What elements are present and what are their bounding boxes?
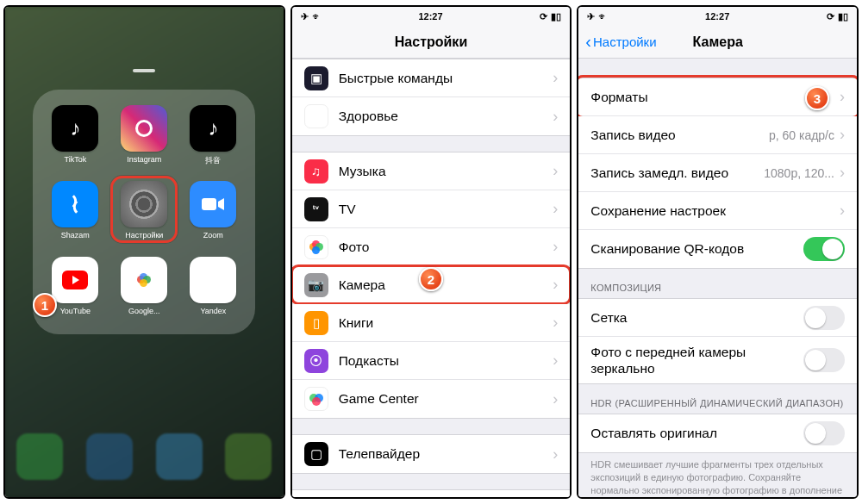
navbar: Настройки — [292, 26, 571, 59]
app-settings[interactable]: Настройки — [117, 181, 171, 248]
app-yandex[interactable]: Y Yandex — [186, 257, 240, 324]
back-button[interactable]: ‹ Настройки — [585, 32, 656, 52]
section-footer-hdr: HDR смешивает лучшие фрагменты трех отде… — [578, 453, 857, 497]
row-record-slomo[interactable]: Запись замедл. видео 1080p, 120... › — [578, 154, 857, 192]
row-mirror-front[interactable]: Фото с передней камеры зеркально — [578, 337, 857, 383]
app-instagram[interactable]: Instagram — [117, 105, 171, 172]
orientation-lock-icon: ⟳ — [540, 11, 547, 22]
home-wallpaper: ♪ TikTok Instagram ♪ 抖音 Shazam Настройки — [5, 7, 284, 497]
chevron-right-icon: › — [840, 202, 845, 220]
chevron-right-icon: › — [553, 276, 558, 294]
row-label: Game Center — [339, 391, 553, 407]
row-label: Здоровье — [339, 109, 553, 124]
youtube-icon — [52, 257, 98, 303]
chevron-left-icon: ‹ — [585, 32, 591, 52]
app-label: 抖音 — [186, 155, 240, 166]
chevron-right-icon: › — [840, 164, 845, 182]
app-label: YouTube — [48, 307, 102, 315]
app-zoom[interactable]: Zoom — [186, 181, 240, 248]
google-photos-icon — [121, 257, 167, 303]
row-gamecenter[interactable]: Game Center › — [292, 380, 571, 418]
row-label: Подкасты — [339, 353, 553, 369]
row-label: Быстрые команды — [339, 71, 553, 86]
row-photos[interactable]: Фото › — [292, 228, 571, 266]
chevron-right-icon: › — [553, 108, 558, 126]
panel-settings-root: ✈ᯤ 12:27 ⟳▮▯ Настройки ▣ Быстрые команды… — [290, 5, 572, 499]
toggle-keep-original[interactable] — [803, 421, 845, 445]
chevron-right-icon: › — [553, 238, 558, 256]
row-label: Запись видео — [590, 128, 769, 143]
panel-home: ♪ TikTok Instagram ♪ 抖音 Shazam Настройки — [3, 5, 285, 499]
row-label: Фото с передней камеры зеркально — [590, 344, 803, 377]
app-shazam[interactable]: Shazam — [48, 181, 102, 248]
row-label: TV — [339, 202, 553, 217]
row-record-video[interactable]: Запись видео р, 60 кадр/с › — [578, 116, 857, 154]
app-tiktok[interactable]: ♪ TikTok — [48, 105, 102, 172]
app-youtube[interactable]: YouTube — [48, 257, 102, 324]
row-value: 1080p, 120... — [764, 166, 834, 180]
chevron-right-icon: › — [553, 445, 558, 464]
row-tvprovider[interactable]: ▢ Телепвайдер › — [292, 435, 571, 473]
toggle-mirror[interactable] — [803, 348, 845, 372]
chevron-right-icon: › — [553, 69, 558, 87]
toggle-qr[interactable] — [803, 237, 845, 261]
app-folder[interactable]: ♪ TikTok Instagram ♪ 抖音 Shazam Настройки — [33, 90, 255, 334]
wifi-icon: ᯤ — [312, 11, 322, 22]
chevron-right-icon: › — [553, 314, 558, 332]
health-icon: ♥ — [304, 104, 328, 128]
row-podcasts[interactable]: ⦿ Подкасты › — [292, 342, 571, 380]
music-icon: ♫ — [304, 159, 328, 184]
shortcuts-icon: ▣ — [304, 66, 328, 90]
instagram-icon — [121, 105, 167, 152]
row-books[interactable]: ▯ Книги › — [292, 304, 571, 342]
row-scan-qr[interactable]: Сканирование QR-кодов — [578, 230, 857, 268]
app-label: Zoom — [186, 231, 240, 240]
toggle-grid[interactable] — [803, 306, 845, 330]
section-header-composition: КОМПОЗИЦИЯ — [578, 269, 857, 298]
photos-icon — [304, 235, 328, 259]
gamecenter-icon — [304, 387, 328, 411]
app-label: Google... — [117, 307, 171, 315]
row-label: Фото — [339, 240, 553, 255]
app-label: Настройки — [117, 231, 171, 240]
step-badge-2: 2 — [419, 267, 443, 291]
settings-icon — [121, 181, 167, 227]
chevron-right-icon: › — [553, 352, 558, 370]
chevron-right-icon: › — [840, 88, 845, 106]
row-grid[interactable]: Сетка — [578, 299, 857, 337]
app-label: Yandex — [186, 307, 240, 315]
dock — [5, 428, 284, 497]
chevron-right-icon: › — [553, 200, 558, 218]
zoom-icon — [190, 181, 236, 227]
row-value: р, 60 кадр/с — [769, 128, 834, 142]
step-badge-3: 3 — [805, 86, 829, 110]
row-label: Сетка — [590, 310, 803, 326]
chevron-right-icon: › — [840, 126, 845, 144]
row-label: Камера — [339, 277, 553, 293]
page-title: Камера — [693, 34, 743, 50]
row-label: Форматы — [590, 90, 840, 105]
row-shortcuts[interactable]: ▣ Быстрые команды › — [292, 59, 571, 97]
app-label: TikTok — [48, 155, 102, 164]
app-google-photos[interactable]: Google... — [117, 257, 171, 324]
row-music[interactable]: ♫ Музыка › — [292, 152, 571, 190]
status-time: 12:27 — [705, 11, 729, 22]
battery-icon: ▮▯ — [551, 11, 561, 22]
row-keep-original[interactable]: Оставлять оригинал — [578, 414, 857, 452]
tiktok-icon: ♪ — [52, 105, 98, 152]
row-preserve-settings[interactable]: Сохранение настроек › — [578, 192, 857, 230]
books-icon: ▯ — [304, 311, 328, 335]
orientation-lock-icon: ⟳ — [827, 11, 834, 22]
row-avito[interactable]: Авито › — [292, 490, 571, 497]
chevron-right-icon: › — [553, 390, 558, 408]
wifi-icon: ᯤ — [598, 11, 608, 22]
row-health[interactable]: ♥ Здоровье › — [292, 97, 571, 135]
row-tv[interactable]: ᵗᵛ TV › — [292, 190, 571, 228]
podcasts-icon: ⦿ — [304, 349, 328, 373]
chevron-right-icon: › — [553, 162, 558, 180]
camera-settings-list[interactable]: Форматы › Запись видео р, 60 кадр/с › За… — [578, 59, 857, 497]
navbar: ‹ Настройки Камера — [578, 26, 857, 59]
airplane-icon: ✈ — [301, 11, 309, 22]
section-header-hdr: HDR (РАСШИРЕННЫЙ ДИНАМИЧЕСКИЙ ДИАПАЗОН) — [578, 384, 857, 414]
app-douyin[interactable]: ♪ 抖音 — [186, 105, 240, 172]
